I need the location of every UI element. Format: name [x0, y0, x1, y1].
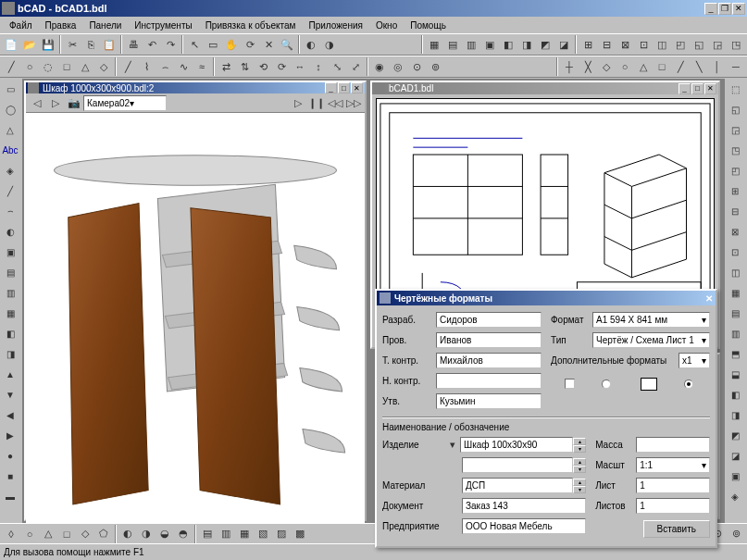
spinner-down[interactable]: ▾ [573, 445, 586, 453]
btool-icon[interactable]: ▨ [272, 525, 291, 543]
menu-tools[interactable]: Инструменты [129, 19, 197, 31]
extra-formats-select[interactable]: x1▾ [679, 353, 710, 368]
fwd-icon[interactable]: ▷▷ [344, 93, 363, 112]
razrab-input[interactable]: Сидоров [436, 312, 542, 328]
view-icon[interactable]: ◲ [708, 35, 727, 54]
doc-max-icon[interactable]: □ [691, 83, 703, 94]
menu-panels[interactable]: Панели [83, 19, 127, 31]
izdelie-input[interactable]: Шкаф 100х30х90 [460, 437, 573, 453]
rtool-icon[interactable]: ◫ [726, 263, 744, 281]
rtool-icon[interactable]: ▤ [726, 304, 744, 322]
view-icon[interactable]: ◰ [671, 35, 690, 54]
view-icon[interactable]: ◱ [690, 35, 708, 54]
nav-prev-icon[interactable]: ◁ [28, 93, 46, 112]
snap-icon[interactable]: ◇ [597, 57, 616, 76]
rtool-icon[interactable]: ◨ [726, 405, 744, 424]
vtool-icon[interactable]: ▶ [1, 426, 19, 444]
view-icon[interactable]: ▥ [462, 35, 480, 54]
doc-window-3d[interactable]: Шкаф 1000x300x900.bdl:2 _ □ ✕ ◁ ▷ 📷 Каме… [24, 81, 367, 521]
type-select[interactable]: Чертёж / Схема Лист 1▾ [592, 332, 710, 348]
pause-icon[interactable]: ❙❙ [307, 93, 326, 112]
dialog-titlebar[interactable]: Чертёжные форматы ✕ [377, 291, 716, 305]
spinner-up[interactable]: ▴ [573, 479, 586, 486]
doc-max-icon[interactable]: □ [338, 82, 350, 93]
arc-icon[interactable]: ⌢ [156, 57, 174, 76]
mod-icon[interactable]: ⟲ [254, 57, 272, 76]
view-icon[interactable]: ⊟ [597, 35, 616, 54]
print-icon[interactable]: 🖶 [124, 35, 143, 54]
snap-icon[interactable]: ⊙ [407, 57, 426, 76]
snap-icon[interactable]: ◎ [389, 57, 407, 76]
snap-icon[interactable]: ⊚ [426, 57, 444, 76]
mod-icon[interactable]: ⟳ [272, 57, 291, 76]
menu-help[interactable]: Помощь [405, 19, 452, 31]
maximize-button[interactable]: ❐ [718, 3, 731, 15]
rotate-icon[interactable]: ⟳ [241, 35, 259, 54]
pan-icon[interactable]: ✋ [222, 35, 241, 54]
rtool-icon[interactable]: ▦ [726, 283, 744, 302]
btool-icon[interactable]: ⬠ [94, 525, 113, 543]
spinner-up[interactable]: ▴ [573, 438, 586, 445]
mod-icon[interactable]: ↕ [309, 57, 328, 76]
vtool-icon[interactable]: ▬ [1, 487, 19, 505]
paste-icon[interactable]: 📋 [100, 35, 118, 54]
rtool-icon[interactable]: ⊠ [726, 222, 744, 241]
camera-icon[interactable]: 📷 [65, 93, 83, 112]
snap-icon[interactable]: ○ [616, 57, 634, 76]
selection-icon[interactable]: ▭ [204, 35, 222, 54]
view-icon[interactable]: ◨ [517, 35, 536, 54]
close-button[interactable]: ✕ [732, 3, 745, 15]
tkontr-input[interactable]: Михайлов [436, 353, 542, 368]
btool-icon[interactable]: ◑ [137, 525, 156, 543]
vtool-icon[interactable]: ▲ [1, 365, 19, 383]
vtool-icon[interactable]: ▼ [1, 385, 19, 404]
camera-select[interactable]: Камера02 ▾ [83, 95, 167, 111]
izdelie2-input[interactable] [462, 457, 573, 473]
line-icon[interactable]: ╱ [118, 57, 137, 76]
spinner-down[interactable]: ▾ [573, 486, 586, 493]
snap-icon[interactable]: ╱ [671, 57, 690, 76]
mod-icon[interactable]: ↔ [291, 57, 309, 76]
predpr-input[interactable]: ООО Новая Мебель [462, 518, 586, 534]
minimize-button[interactable]: _ [704, 3, 717, 15]
doc-min-icon[interactable]: _ [679, 83, 691, 94]
view-icon[interactable]: ⊡ [634, 35, 653, 54]
copy-icon[interactable]: ⎘ [81, 35, 100, 54]
rtool-icon[interactable]: ⬒ [726, 344, 744, 363]
vtool-icon[interactable]: ◐ [1, 222, 19, 241]
view-icon[interactable]: ◳ [727, 35, 745, 54]
rtool-icon[interactable]: ⬓ [726, 365, 744, 383]
draw-icon[interactable]: ◇ [94, 57, 113, 76]
rtool-icon[interactable]: ◲ [726, 120, 744, 139]
doc-close-icon[interactable]: ✕ [704, 83, 716, 94]
draw-icon[interactable]: ╱ [2, 57, 20, 76]
btool-icon[interactable]: ◊ [2, 525, 20, 543]
vtool-icon[interactable]: ■ [1, 467, 19, 485]
rtool-icon[interactable]: ◧ [726, 385, 744, 404]
btool-icon[interactable]: ◐ [118, 525, 137, 543]
vtool-icon[interactable]: ◀ [1, 405, 19, 424]
tool-icon[interactable]: ◐ [302, 35, 320, 54]
masht-input[interactable]: 1:1▾ [636, 457, 710, 473]
rtool-icon[interactable]: ⊡ [726, 243, 744, 261]
draw-icon[interactable]: ○ [20, 57, 39, 76]
doc-titlebar-3d[interactable]: Шкаф 1000x300x900.bdl:2 _ □ ✕ [26, 82, 365, 93]
snap-icon[interactable]: ─ [727, 57, 745, 76]
rtool-icon[interactable]: ◰ [726, 161, 744, 180]
vtool-icon[interactable]: ▭ [1, 80, 19, 98]
orientation-portrait-checkbox[interactable] [565, 379, 575, 389]
nav-next-icon[interactable]: ▷ [46, 93, 65, 112]
rew-icon[interactable]: ◁◁ [326, 93, 344, 112]
vtool-icon[interactable]: △ [1, 120, 19, 139]
snap-icon[interactable]: □ [653, 57, 671, 76]
mod-icon[interactable]: ⇅ [235, 57, 254, 76]
save-icon[interactable]: 💾 [39, 35, 57, 54]
btool-icon[interactable]: ▤ [198, 525, 217, 543]
doc-titlebar-2d[interactable]: bCAD1.bdl _ □ ✕ [372, 82, 718, 94]
vtool-icon[interactable]: ▤ [1, 263, 19, 281]
doc-min-icon[interactable]: _ [325, 82, 337, 93]
vtool-icon[interactable]: ◨ [1, 344, 19, 363]
btool-icon[interactable]: ▩ [291, 525, 309, 543]
format-select[interactable]: А1 594 Х 841 мм▾ [592, 312, 710, 328]
viewport-3d[interactable] [26, 113, 365, 524]
